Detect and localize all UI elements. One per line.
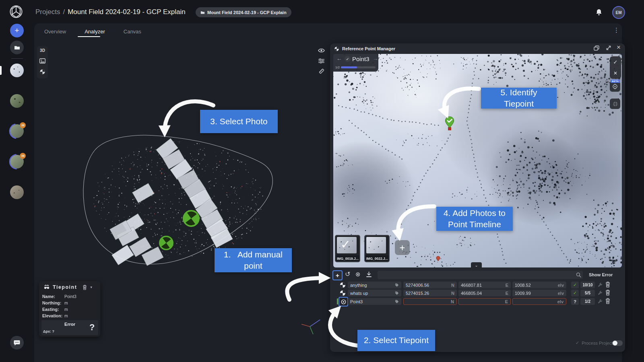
delete-point-button[interactable] <box>605 290 610 296</box>
point-status-check-icon: ✓ <box>345 56 351 62</box>
selected-check-icon: ✓ <box>341 237 351 251</box>
point-progress-label: 1/2 <box>335 66 340 69</box>
field-label: Name: <box>42 294 55 299</box>
field-value: m <box>64 300 68 305</box>
point-name: Point3 <box>352 56 369 62</box>
field-value: m <box>64 313 68 318</box>
delete-point-button[interactable] <box>605 298 610 304</box>
error-dpx-label: Δpx: ? <box>43 329 54 333</box>
point-search-input[interactable] <box>378 271 583 279</box>
northing-suffix: N <box>451 283 454 288</box>
process-project-button[interactable]: ✓ Process Project <box>576 340 613 346</box>
field-value: m <box>64 307 68 312</box>
northing-field[interactable]: 5274006.56 <box>406 283 429 288</box>
status-check: ✓ <box>571 282 579 288</box>
field-value: Point3 <box>64 294 76 299</box>
field-label: Easting: <box>42 307 59 312</box>
easting-suffix: E <box>506 291 508 296</box>
add-point-button[interactable]: + <box>332 270 343 280</box>
show-error-toggle[interactable] <box>612 340 623 346</box>
wrench-icon[interactable] <box>598 290 603 295</box>
tutorial-step-3-label: 3. Select Photo <box>200 110 278 133</box>
undo-button[interactable]: ↺ <box>345 270 350 278</box>
elevation-suffix: elv <box>557 299 564 304</box>
tutorial-step-4-label: 4. Add Photos to Point Timeline <box>436 207 513 231</box>
show-error-label: Show Error <box>589 272 613 277</box>
easting-suffix: E <box>506 283 508 288</box>
center-view-button[interactable] <box>610 99 620 109</box>
tag-icon <box>395 283 399 287</box>
timeline-photo-2[interactable]: IMG_0022.J... <box>364 235 390 262</box>
tiepoint-info-panel: Tiepoint ▾ Name: Point3 Northing: m East… <box>39 281 100 337</box>
process-project-label: Process Project <box>582 341 613 346</box>
search-icon <box>576 272 581 278</box>
next-point-button[interactable]: → <box>373 55 378 62</box>
timeline-photo-2-label: IMG_0022.J... <box>365 255 389 261</box>
field-label: Elevation: <box>42 313 62 318</box>
tiepoint-pin-marker <box>444 116 455 131</box>
point-progress-fill <box>341 66 357 68</box>
easting-field[interactable]: 466805.04 <box>461 291 482 296</box>
timeline-collapse-button[interactable]: ⌄ <box>471 262 482 268</box>
status-unknown: ? <box>571 298 579 305</box>
tutorial-step-2-label: 2. Select Tiepoint <box>357 330 435 351</box>
tiepoint-panel-header: Tiepoint ▾ <box>44 284 92 290</box>
point-name-field[interactable]: whats up <box>350 291 368 296</box>
wrench-icon[interactable] <box>598 282 603 287</box>
import-points-button[interactable] <box>366 272 372 278</box>
tiepoint-panel-title: Tiepoint <box>53 284 77 290</box>
tag-icon <box>395 291 399 295</box>
app-root: Projects / Mount Field 2024-02-19 - GCP … <box>0 0 644 362</box>
point-name-field[interactable]: anything <box>350 283 367 288</box>
easting-suffix: E <box>505 299 508 304</box>
error-summary-box: Error Δpx: ? ? <box>41 320 98 335</box>
status-check: ✓ <box>571 290 579 296</box>
toggle-knob <box>613 341 617 346</box>
tiepoint-type-icon <box>339 297 348 306</box>
elevation-suffix: elv <box>558 283 564 288</box>
point-navigator: ← ✓ Point3 → 1/2 <box>333 54 378 72</box>
field-label: Northing: <box>42 300 61 305</box>
tutorial-step-1-label: 1. Add manual point <box>215 248 292 272</box>
point-name-field[interactable]: Point3 <box>350 299 363 304</box>
accept-tiepoint-button[interactable]: ✓ <box>610 57 621 67</box>
timeline-photo-2-image <box>366 237 386 253</box>
timeline-photo-1-label: IMG_0019.J... <box>336 255 359 261</box>
gcp-type-icon <box>340 282 346 288</box>
error-value: ? <box>89 322 95 333</box>
clear-selection-button[interactable]: ⊗ <box>355 271 361 278</box>
wrench-icon[interactable] <box>598 299 603 304</box>
selected-row-indicator <box>337 298 338 304</box>
timeline-photo-1[interactable]: ✓ IMG_0019.J... <box>335 235 360 262</box>
delete-point-button[interactable] <box>605 282 610 288</box>
elevation-suffix: elv <box>558 291 564 296</box>
northing-suffix: N <box>451 299 454 304</box>
beta-badge: BETA <box>611 80 620 83</box>
elevation-field[interactable]: 1009.99 <box>515 291 531 296</box>
tag-icon <box>395 300 399 304</box>
northing-suffix: N <box>451 291 454 296</box>
elevation-field[interactable]: 1008.52 <box>515 283 531 288</box>
photo-count-badge: 10/10 <box>580 282 595 288</box>
prev-point-button[interactable]: ← <box>336 55 342 62</box>
add-photo-to-timeline-button[interactable]: + <box>395 240 410 255</box>
gcp-type-icon <box>340 290 346 296</box>
binoculars-icon <box>44 285 50 290</box>
northing-field[interactable]: 5274015.26 <box>406 291 429 296</box>
tutorial-step-5-label: 5. Identify Tiepoint <box>481 88 557 109</box>
delete-tiepoint-button[interactable] <box>83 285 87 290</box>
photo-count-badge: 5/5 <box>580 290 595 296</box>
reject-tiepoint-button[interactable]: ✕ <box>610 68 621 78</box>
photo-count-badge: 1/2 <box>580 298 595 305</box>
secondary-marker <box>436 256 441 262</box>
collapse-panel-button[interactable]: ▾ <box>90 285 92 289</box>
check-icon: ✓ <box>576 340 579 346</box>
easting-field[interactable]: 466807.81 <box>461 283 482 288</box>
